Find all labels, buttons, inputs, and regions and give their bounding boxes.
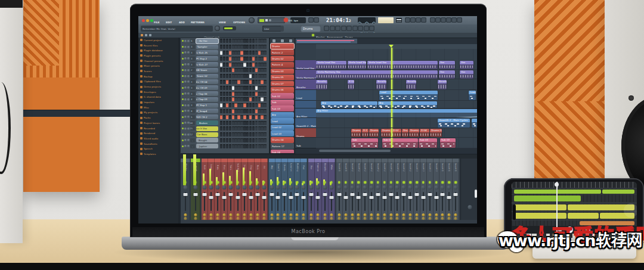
mixer-pan-knob[interactable] — [193, 185, 197, 190]
step-cell[interactable] — [261, 109, 263, 113]
step-cell[interactable] — [240, 74, 243, 78]
mixer-channel-led[interactable] — [435, 181, 438, 184]
channel-mute-led[interactable] — [182, 145, 184, 147]
step-cell[interactable] — [249, 63, 252, 67]
mixer-channel-led[interactable] — [377, 181, 379, 184]
browser-item[interactable]: Scores — [138, 69, 179, 74]
channel-name-button[interactable]: Broken — [196, 120, 218, 125]
step-cell[interactable] — [252, 109, 255, 113]
step-cell[interactable] — [252, 68, 255, 72]
mixer-channel-led[interactable] — [345, 181, 347, 184]
mixer-channel-led[interactable] — [184, 181, 187, 184]
step-cell[interactable] — [261, 74, 263, 78]
mixer-pan-knob[interactable] — [447, 185, 451, 190]
playlist-clip[interactable]: B 02 — [348, 80, 354, 89]
step-cell[interactable] — [264, 103, 266, 107]
mixer-send-knob[interactable] — [277, 213, 280, 216]
fl-mobile-track-row[interactable] — [512, 189, 637, 194]
step-cell[interactable] — [232, 126, 234, 131]
step-cell[interactable] — [249, 132, 252, 136]
mixer-send-knob[interactable] — [184, 213, 187, 216]
step-cell[interactable] — [223, 57, 225, 61]
piano-key-black[interactable] — [537, 234, 540, 238]
step-cell[interactable] — [258, 115, 261, 119]
channel-target-track[interactable]: 5 — [190, 115, 195, 119]
mixer-strip[interactable]: Lead 1 — [275, 159, 282, 220]
channel-target-track[interactable]: 3 — [190, 45, 195, 49]
mixer-strip[interactable]: Snare — [208, 159, 215, 220]
playlist-clip[interactable]: Sub 03 — [440, 138, 456, 148]
playlist-h-scrollbar[interactable] — [319, 150, 391, 152]
step-cell[interactable] — [223, 97, 225, 101]
step-cell[interactable] — [261, 92, 263, 96]
mixer-fader[interactable] — [408, 196, 413, 199]
mixer-send-knob[interactable] — [402, 217, 405, 220]
mixer-pan-knob[interactable] — [302, 185, 306, 190]
playlist-clip-area[interactable]: Veela Lead VoxVeela Lead VoxVeela Lead V… — [316, 49, 477, 148]
step-cell[interactable] — [240, 132, 243, 136]
mixer-fader[interactable] — [376, 193, 380, 196]
mixer-pan-knob[interactable] — [415, 185, 419, 190]
mixer-channel-led[interactable] — [358, 181, 360, 184]
mixer-channel-led[interactable] — [283, 181, 286, 184]
step-cell[interactable] — [249, 144, 252, 148]
mixer-pan-knob[interactable] — [276, 185, 280, 190]
step-cell[interactable] — [255, 39, 258, 43]
mixer-fader[interactable] — [454, 193, 458, 196]
step-cell[interactable] — [229, 51, 231, 55]
channel-name-button[interactable]: Grv CH 09 — [196, 85, 218, 90]
channel-pan-knob[interactable] — [184, 98, 187, 101]
step-cell[interactable] — [237, 92, 240, 96]
step-cell[interactable] — [261, 97, 263, 101]
channel-pan-knob[interactable] — [184, 51, 187, 54]
step-cell[interactable] — [237, 68, 240, 72]
step-cell[interactable] — [240, 109, 243, 113]
step-cell[interactable] — [264, 97, 266, 101]
step-cell[interactable] — [261, 103, 263, 107]
step-cell[interactable] — [246, 39, 249, 43]
step-cell[interactable] — [252, 121, 255, 125]
mixer-fader[interactable] — [329, 196, 333, 199]
step-cell[interactable] — [237, 109, 240, 113]
channel-pan-knob[interactable] — [184, 92, 187, 95]
mixer-fader[interactable] — [343, 196, 348, 199]
step-cell[interactable] — [232, 132, 234, 136]
playlist-clip[interactable]: Drums — [381, 129, 391, 137]
step-cell[interactable] — [229, 115, 231, 119]
mixer-pan-knob[interactable] — [262, 185, 266, 190]
channel-target-track[interactable]: 8 — [190, 109, 195, 113]
step-cell[interactable] — [223, 74, 225, 78]
mixer-fader[interactable] — [357, 196, 361, 199]
step-cell[interactable] — [229, 80, 231, 84]
step-cell[interactable] — [252, 57, 255, 61]
step-cell[interactable] — [223, 39, 225, 43]
step-cell[interactable] — [255, 68, 258, 72]
pattern-item[interactable]: Lead 03 — [271, 131, 294, 136]
playlist-clip[interactable]: Vox — [460, 70, 473, 79]
step-cell[interactable] — [240, 68, 243, 72]
step-cell[interactable] — [255, 86, 258, 90]
step-cell[interactable] — [258, 121, 261, 125]
step-cell[interactable] — [249, 86, 252, 90]
mixer-send-knob[interactable] — [422, 217, 425, 220]
mixer-fader[interactable] — [323, 193, 327, 196]
step-cell[interactable] — [261, 132, 263, 136]
step-cell[interactable] — [243, 138, 246, 142]
mixer-fader[interactable] — [434, 196, 438, 199]
channel-mute-led[interactable] — [182, 58, 184, 60]
mixer-pan-knob[interactable] — [408, 185, 413, 190]
mixer-strip[interactable]: Perc — [221, 159, 228, 220]
channel-target-track[interactable]: 3 — [190, 63, 195, 67]
step-cell[interactable] — [237, 51, 240, 55]
mixer-send-knob[interactable] — [194, 217, 197, 220]
mixer-pan-knob[interactable] — [283, 185, 287, 190]
browser-item[interactable]: Misc — [138, 105, 179, 110]
step-cell[interactable] — [243, 121, 246, 125]
mixer-fader[interactable] — [447, 196, 451, 199]
mixer-pan-knob[interactable] — [402, 185, 406, 190]
mixer-channel-led[interactable] — [442, 181, 444, 184]
mixer-fader[interactable] — [350, 193, 354, 196]
channel-volume-knob[interactable] — [187, 104, 190, 107]
channel-target-track[interactable]: 3 — [190, 103, 195, 107]
pattern-item[interactable]: Sub 03 — [271, 105, 294, 111]
